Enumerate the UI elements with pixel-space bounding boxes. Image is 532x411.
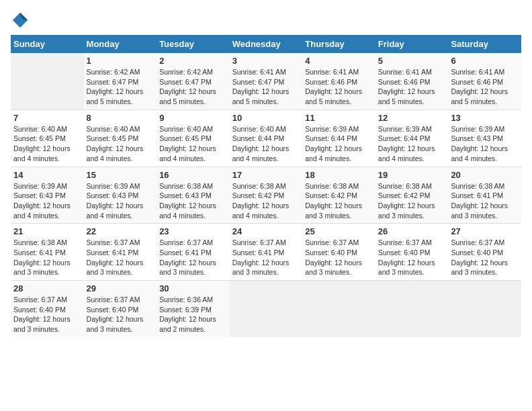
day-number: 30 xyxy=(159,283,227,293)
day-info: Sunrise: 6:39 AM Sunset: 6:43 PM Dayligh… xyxy=(87,181,154,221)
day-cell: 6Sunrise: 6:41 AM Sunset: 6:46 PM Daylig… xyxy=(448,53,521,109)
day-cell: 16Sunrise: 6:38 AM Sunset: 6:43 PM Dayli… xyxy=(157,167,230,224)
day-number: 24 xyxy=(232,226,300,236)
day-number: 2 xyxy=(159,56,227,66)
day-number: 11 xyxy=(305,113,373,123)
day-number: 29 xyxy=(87,283,154,293)
day-cell: 27Sunrise: 6:37 AM Sunset: 6:40 PM Dayli… xyxy=(448,224,521,281)
column-header-thursday: Thursday xyxy=(302,35,375,53)
column-header-friday: Friday xyxy=(375,35,449,53)
day-info: Sunrise: 6:39 AM Sunset: 6:44 PM Dayligh… xyxy=(378,124,446,164)
day-cell: 1Sunrise: 6:42 AM Sunset: 6:47 PM Daylig… xyxy=(84,53,157,109)
day-cell: 7Sunrise: 6:40 AM Sunset: 6:45 PM Daylig… xyxy=(11,109,84,167)
column-header-sunday: Sunday xyxy=(11,35,84,53)
day-info: Sunrise: 6:37 AM Sunset: 6:41 PM Dayligh… xyxy=(87,238,154,277)
day-number: 7 xyxy=(13,113,81,123)
day-cell: 13Sunrise: 6:39 AM Sunset: 6:43 PM Dayli… xyxy=(448,109,521,167)
day-cell: 22Sunrise: 6:37 AM Sunset: 6:41 PM Dayli… xyxy=(84,224,157,281)
day-cell: 30Sunrise: 6:36 AM Sunset: 6:39 PM Dayli… xyxy=(157,281,230,337)
day-number: 25 xyxy=(305,226,373,236)
day-cell: 19Sunrise: 6:38 AM Sunset: 6:42 PM Dayli… xyxy=(375,167,449,224)
day-number: 26 xyxy=(378,226,446,236)
day-number: 20 xyxy=(451,170,519,180)
day-number: 19 xyxy=(378,170,446,180)
week-row-1: 1Sunrise: 6:42 AM Sunset: 6:47 PM Daylig… xyxy=(11,53,521,109)
calendar-table: SundayMondayTuesdayWednesdayThursdayFrid… xyxy=(11,35,521,337)
day-cell: 2Sunrise: 6:42 AM Sunset: 6:47 PM Daylig… xyxy=(157,53,230,109)
day-cell: 20Sunrise: 6:38 AM Sunset: 6:41 PM Dayli… xyxy=(448,167,521,224)
day-info: Sunrise: 6:37 AM Sunset: 6:40 PM Dayligh… xyxy=(13,295,81,334)
day-cell: 17Sunrise: 6:38 AM Sunset: 6:42 PM Dayli… xyxy=(230,167,303,224)
day-cell: 9Sunrise: 6:40 AM Sunset: 6:45 PM Daylig… xyxy=(157,109,230,167)
day-number: 27 xyxy=(451,226,519,236)
day-info: Sunrise: 6:38 AM Sunset: 6:41 PM Dayligh… xyxy=(13,238,81,277)
column-header-wednesday: Wednesday xyxy=(230,35,303,53)
day-info: Sunrise: 6:42 AM Sunset: 6:47 PM Dayligh… xyxy=(87,67,154,107)
day-cell: 28Sunrise: 6:37 AM Sunset: 6:40 PM Dayli… xyxy=(11,281,84,337)
day-info: Sunrise: 6:37 AM Sunset: 6:40 PM Dayligh… xyxy=(305,238,373,277)
day-cell: 23Sunrise: 6:37 AM Sunset: 6:41 PM Dayli… xyxy=(157,224,230,281)
day-cell: 25Sunrise: 6:37 AM Sunset: 6:40 PM Dayli… xyxy=(302,224,375,281)
day-number: 23 xyxy=(159,226,227,236)
day-info: Sunrise: 6:42 AM Sunset: 6:47 PM Dayligh… xyxy=(159,67,227,107)
day-cell: 8Sunrise: 6:40 AM Sunset: 6:45 PM Daylig… xyxy=(84,109,157,167)
day-info: Sunrise: 6:41 AM Sunset: 6:46 PM Dayligh… xyxy=(451,67,519,107)
day-info: Sunrise: 6:41 AM Sunset: 6:46 PM Dayligh… xyxy=(305,67,373,107)
day-cell: 21Sunrise: 6:38 AM Sunset: 6:41 PM Dayli… xyxy=(11,224,84,281)
day-cell: 12Sunrise: 6:39 AM Sunset: 6:44 PM Dayli… xyxy=(375,109,449,167)
day-info: Sunrise: 6:37 AM Sunset: 6:40 PM Dayligh… xyxy=(378,238,446,277)
day-info: Sunrise: 6:38 AM Sunset: 6:42 PM Dayligh… xyxy=(378,181,446,221)
week-row-3: 14Sunrise: 6:39 AM Sunset: 6:43 PM Dayli… xyxy=(11,167,521,224)
page-header xyxy=(11,11,521,30)
day-info: Sunrise: 6:40 AM Sunset: 6:45 PM Dayligh… xyxy=(159,124,227,164)
day-cell: 24Sunrise: 6:37 AM Sunset: 6:41 PM Dayli… xyxy=(230,224,303,281)
day-info: Sunrise: 6:41 AM Sunset: 6:46 PM Dayligh… xyxy=(378,67,446,107)
day-info: Sunrise: 6:38 AM Sunset: 6:42 PM Dayligh… xyxy=(305,181,373,221)
day-cell xyxy=(11,53,84,109)
day-cell: 11Sunrise: 6:39 AM Sunset: 6:44 PM Dayli… xyxy=(302,109,375,167)
day-number: 15 xyxy=(87,170,154,180)
day-number: 6 xyxy=(451,56,519,66)
column-header-monday: Monday xyxy=(84,35,157,53)
day-number: 17 xyxy=(232,170,300,180)
day-number: 28 xyxy=(13,283,81,293)
day-cell: 5Sunrise: 6:41 AM Sunset: 6:46 PM Daylig… xyxy=(375,53,449,109)
day-info: Sunrise: 6:39 AM Sunset: 6:43 PM Dayligh… xyxy=(13,181,81,221)
day-cell: 15Sunrise: 6:39 AM Sunset: 6:43 PM Dayli… xyxy=(84,167,157,224)
column-header-tuesday: Tuesday xyxy=(157,35,230,53)
day-info: Sunrise: 6:39 AM Sunset: 6:44 PM Dayligh… xyxy=(305,124,373,164)
day-info: Sunrise: 6:40 AM Sunset: 6:45 PM Dayligh… xyxy=(13,124,81,164)
day-cell: 4Sunrise: 6:41 AM Sunset: 6:46 PM Daylig… xyxy=(302,53,375,109)
day-cell: 29Sunrise: 6:37 AM Sunset: 6:40 PM Dayli… xyxy=(84,281,157,337)
day-number: 5 xyxy=(378,56,446,66)
day-cell xyxy=(230,281,303,337)
day-info: Sunrise: 6:38 AM Sunset: 6:43 PM Dayligh… xyxy=(159,181,227,221)
day-cell: 10Sunrise: 6:40 AM Sunset: 6:44 PM Dayli… xyxy=(230,109,303,167)
day-number: 18 xyxy=(305,170,373,180)
day-info: Sunrise: 6:38 AM Sunset: 6:41 PM Dayligh… xyxy=(451,181,519,221)
day-cell: 14Sunrise: 6:39 AM Sunset: 6:43 PM Dayli… xyxy=(11,167,84,224)
day-number: 13 xyxy=(451,113,519,123)
day-info: Sunrise: 6:37 AM Sunset: 6:41 PM Dayligh… xyxy=(159,238,227,277)
logo-icon xyxy=(11,11,30,30)
day-cell xyxy=(302,281,375,337)
day-cell xyxy=(448,281,521,337)
day-number: 12 xyxy=(378,113,446,123)
day-cell: 18Sunrise: 6:38 AM Sunset: 6:42 PM Dayli… xyxy=(302,167,375,224)
day-info: Sunrise: 6:41 AM Sunset: 6:47 PM Dayligh… xyxy=(232,67,300,107)
day-number: 3 xyxy=(232,56,300,66)
day-number: 4 xyxy=(305,56,373,66)
day-info: Sunrise: 6:40 AM Sunset: 6:44 PM Dayligh… xyxy=(232,124,300,164)
day-info: Sunrise: 6:37 AM Sunset: 6:41 PM Dayligh… xyxy=(232,238,300,277)
logo xyxy=(11,11,32,30)
column-header-saturday: Saturday xyxy=(448,35,521,53)
day-info: Sunrise: 6:39 AM Sunset: 6:43 PM Dayligh… xyxy=(451,124,519,164)
day-number: 10 xyxy=(232,113,300,123)
day-number: 8 xyxy=(87,113,154,123)
day-number: 22 xyxy=(87,226,154,236)
week-row-4: 21Sunrise: 6:38 AM Sunset: 6:41 PM Dayli… xyxy=(11,224,521,281)
day-cell: 26Sunrise: 6:37 AM Sunset: 6:40 PM Dayli… xyxy=(375,224,449,281)
header-row: SundayMondayTuesdayWednesdayThursdayFrid… xyxy=(11,35,521,53)
day-number: 1 xyxy=(87,56,154,66)
day-info: Sunrise: 6:40 AM Sunset: 6:45 PM Dayligh… xyxy=(87,124,154,164)
